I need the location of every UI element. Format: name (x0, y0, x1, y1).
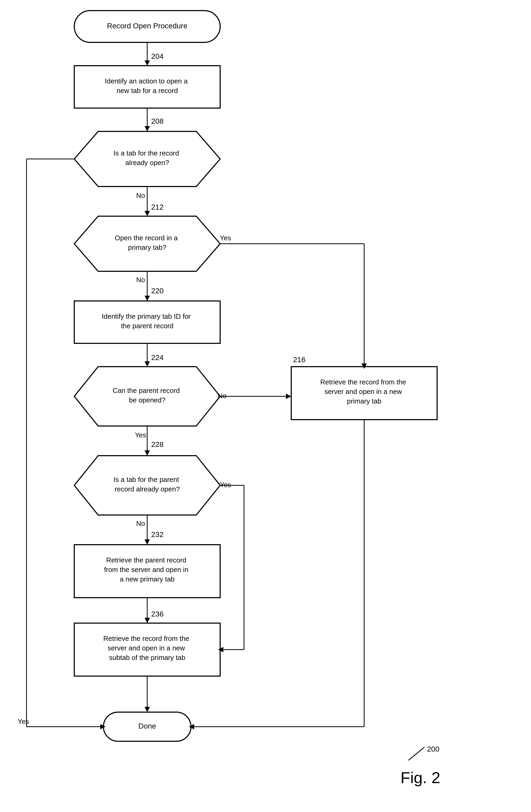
label-no-212: No (136, 276, 145, 284)
svg-marker-2 (144, 60, 150, 66)
fig-label: 200 Fig. 2 (401, 745, 440, 786)
node-228: Is a tab for the parent record already o… (74, 456, 220, 515)
svg-marker-26 (144, 539, 150, 545)
svg-marker-14 (144, 361, 150, 367)
label-yes-228: Yes (220, 481, 231, 489)
node-236-label: Retrieve the record from the server and … (103, 635, 191, 662)
label-no-224: No— (218, 392, 233, 400)
node-220: Identify the primary tab ID for the pare… (74, 301, 220, 343)
node-212: Open the record in a primary tab? (74, 216, 220, 271)
node-224: Can the parent record be opened? (74, 367, 220, 426)
diagram-container: Record Open Procedure 204 Identify an ac… (0, 0, 531, 812)
svg-marker-32 (144, 707, 150, 712)
label-yes-224: Yes (135, 431, 146, 439)
node-208: Is a tab for the record already open? (74, 131, 220, 187)
num-208: 208 (151, 117, 164, 125)
node-236: Retrieve the record from the server and … (74, 623, 220, 676)
label-no-208: No (136, 191, 145, 200)
node-204: Identify an action to open a new tab for… (74, 66, 220, 108)
num-220: 220 (151, 287, 164, 295)
num-228: 228 (151, 440, 164, 449)
start-label: Record Open Procedure (107, 22, 187, 30)
label-no-228: No (136, 520, 145, 527)
fig-text: Fig. 2 (401, 769, 440, 786)
svg-marker-11 (144, 296, 150, 301)
done-label: Done (138, 722, 156, 730)
svg-marker-17 (286, 394, 291, 399)
num-204: 204 (151, 52, 164, 60)
start-node: Record Open Procedure (74, 11, 220, 42)
done-node: Done (103, 712, 191, 741)
node-216: Retrieve the record from the server and … (291, 367, 437, 420)
svg-marker-5 (144, 126, 150, 131)
svg-marker-29 (144, 618, 150, 623)
svg-marker-19 (144, 450, 150, 456)
num-224: 224 (151, 353, 164, 362)
label-yes-208: Yes (18, 717, 29, 725)
node-232: Retrieve the parent record from the serv… (74, 545, 220, 598)
num-212: 212 (151, 203, 164, 211)
num-216: 216 (293, 356, 306, 364)
svg-line-45 (408, 747, 424, 760)
num-236: 236 (151, 610, 164, 618)
label-yes-212: Yes (220, 234, 231, 242)
fig-number: 200 (427, 745, 439, 753)
num-232: 232 (151, 531, 164, 539)
svg-marker-8 (144, 211, 150, 216)
